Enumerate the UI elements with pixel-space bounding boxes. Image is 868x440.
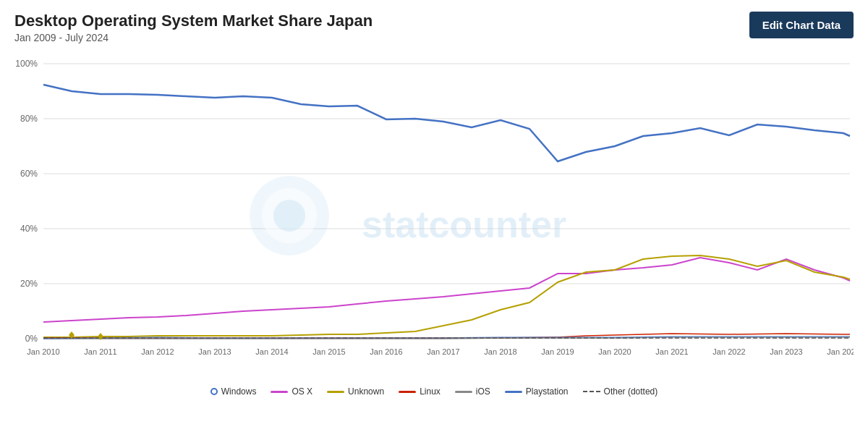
other-legend-label: Other (dotted) (604, 386, 658, 397)
legend-item-windows: Windows (210, 386, 257, 397)
legend-item-linux: Linux (399, 386, 441, 397)
linux-legend-icon (399, 391, 416, 393)
ios-legend-label: iOS (476, 386, 490, 397)
svg-text:Jan 2020: Jan 2020 (598, 347, 631, 356)
title-block: Desktop Operating System Market Share Ja… (14, 12, 373, 43)
page-container: Desktop Operating System Market Share Ja… (0, 0, 868, 440)
svg-text:Jan 2011: Jan 2011 (84, 347, 116, 356)
linux-legend-label: Linux (420, 386, 441, 397)
unknown-legend-icon (327, 391, 344, 393)
svg-text:statcounter: statcounter (362, 203, 566, 245)
unknown-legend-label: Unknown (348, 386, 384, 397)
legend-item-other: Other (dotted) (583, 386, 658, 397)
svg-text:Jan 2014: Jan 2014 (255, 347, 288, 356)
svg-text:20%: 20% (20, 279, 38, 289)
chart-svg: 100% 80% 60% 40% 20% 0% Jan 2010 Jan 201… (14, 49, 854, 382)
windows-legend-icon (210, 388, 218, 395)
svg-text:Jan 2018: Jan 2018 (484, 347, 516, 356)
svg-text:Jan 2013: Jan 2013 (198, 347, 231, 356)
ios-legend-icon (455, 391, 472, 393)
playstation-legend-label: Playstation (526, 386, 569, 397)
osx-legend-label: OS X (292, 386, 312, 397)
chart-subtitle: Jan 2009 - July 2024 (14, 32, 373, 43)
svg-text:Jan 2012: Jan 2012 (141, 347, 174, 356)
svg-text:Jan 2024: Jan 2024 (827, 347, 854, 356)
svg-text:40%: 40% (20, 224, 38, 234)
svg-text:Jan 2010: Jan 2010 (27, 347, 59, 356)
svg-text:Jan 2016: Jan 2016 (370, 347, 402, 356)
svg-text:Jan 2023: Jan 2023 (770, 347, 802, 356)
header: Desktop Operating System Market Share Ja… (14, 12, 854, 43)
chart-legend: Windows OS X Unknown Linux iOS Playstati… (14, 386, 854, 397)
svg-text:Jan 2019: Jan 2019 (541, 347, 574, 356)
chart-area: 100% 80% 60% 40% 20% 0% Jan 2010 Jan 201… (14, 49, 854, 382)
chart-title: Desktop Operating System Market Share Ja… (14, 12, 373, 30)
svg-text:Jan 2015: Jan 2015 (312, 347, 345, 356)
legend-item-ios: iOS (455, 386, 490, 397)
svg-text:100%: 100% (15, 59, 38, 69)
legend-item-playstation: Playstation (505, 386, 569, 397)
osx-legend-icon (271, 391, 288, 393)
svg-text:Jan 2022: Jan 2022 (712, 347, 745, 356)
other-legend-icon (583, 391, 600, 392)
legend-item-unknown: Unknown (327, 386, 384, 397)
legend-item-osx: OS X (271, 386, 312, 397)
svg-text:Jan 2017: Jan 2017 (427, 347, 459, 356)
svg-text:60%: 60% (20, 169, 38, 179)
edit-chart-data-button[interactable]: Edit Chart Data (749, 12, 854, 38)
svg-text:Jan 2021: Jan 2021 (655, 347, 688, 356)
windows-legend-label: Windows (221, 386, 257, 397)
playstation-legend-icon (505, 391, 522, 393)
svg-text:80%: 80% (20, 114, 38, 124)
svg-point-31 (273, 200, 305, 232)
svg-text:0%: 0% (25, 334, 38, 344)
